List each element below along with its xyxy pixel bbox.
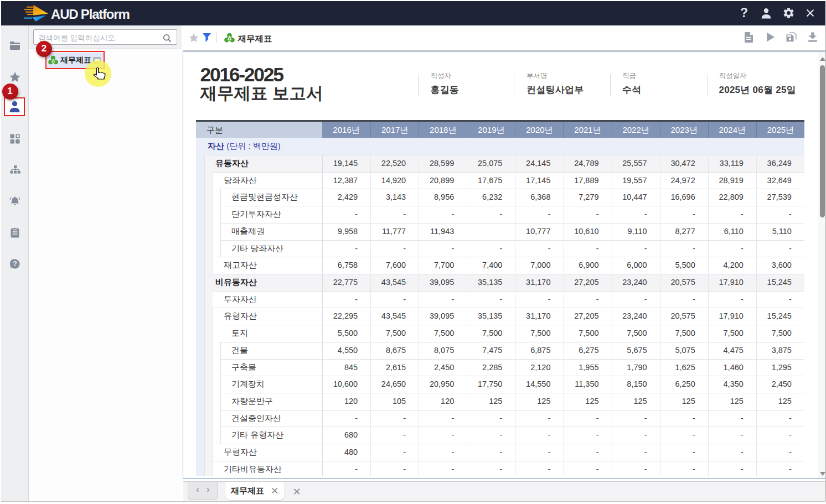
svg-text:?: ? <box>13 260 17 268</box>
svg-text:A: A <box>227 35 231 41</box>
